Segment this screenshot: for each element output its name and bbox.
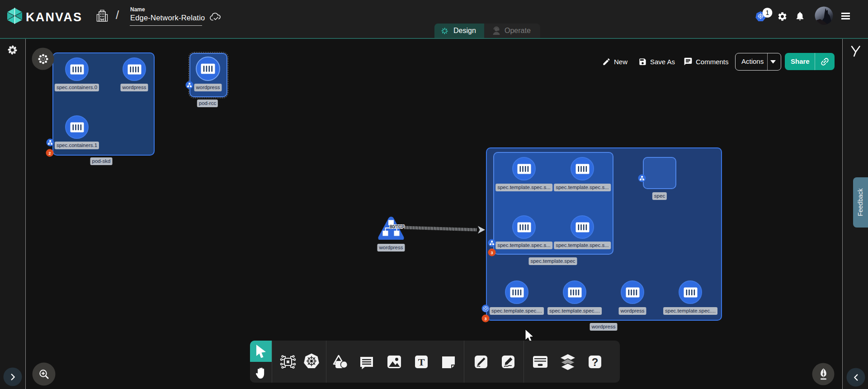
svg-text:T: T <box>418 356 425 368</box>
svg-text:1: 1 <box>766 9 769 16</box>
svg-text:?: ? <box>592 356 599 368</box>
